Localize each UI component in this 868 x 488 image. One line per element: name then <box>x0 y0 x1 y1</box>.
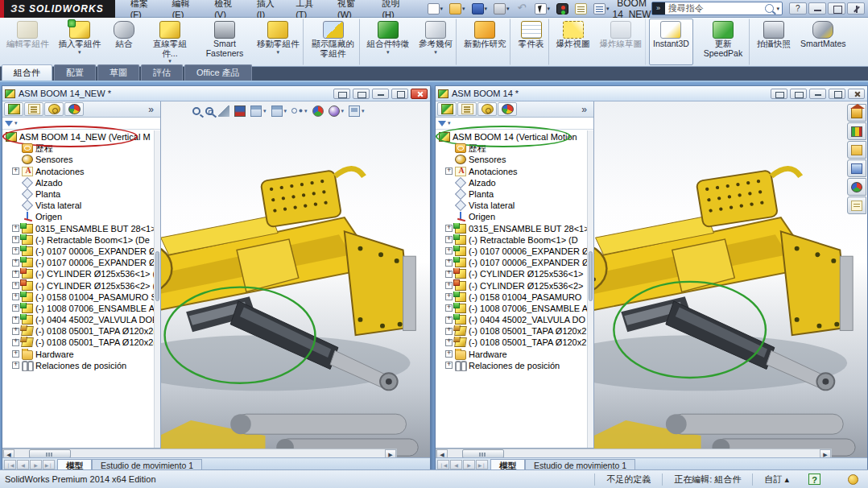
select-button[interactable]: ▾ <box>532 2 553 16</box>
tree-item[interactable]: Planta <box>437 188 593 200</box>
tree-filter-row[interactable]: ▾ <box>2 118 160 130</box>
dropdown-arrow-icon[interactable]: ▾ <box>485 6 488 12</box>
take-snapshot-button[interactable]: 拍攝快照 ▾ <box>753 19 795 65</box>
tree-item[interactable]: Vista lateral <box>437 200 593 211</box>
search-icon[interactable] <box>765 4 774 13</box>
custom-status-button[interactable]: 自訂 ▴ <box>752 474 800 486</box>
next-tab-button[interactable]: ▶ <box>463 460 475 469</box>
first-tab-button[interactable]: ❘◀ <box>437 460 449 469</box>
expand-plus-icon[interactable] <box>445 293 453 300</box>
prev-tab-button[interactable]: ◀ <box>17 460 29 469</box>
view-palette-button[interactable] <box>847 159 866 177</box>
dropdown-arrow-icon[interactable]: ▾ <box>304 108 308 114</box>
dropdown-arrow-icon[interactable]: ▾ <box>462 6 465 12</box>
filter-dropdown-icon[interactable]: ▾ <box>448 120 451 126</box>
minimize-button[interactable] <box>808 2 826 14</box>
scrollbar-thumb[interactable] <box>155 251 159 301</box>
dropdown-arrow-icon[interactable]: ▾ <box>284 108 287 114</box>
tree-item[interactable]: Origen <box>437 211 593 222</box>
featuremanager-tab[interactable] <box>437 102 457 116</box>
expand-plus-icon[interactable] <box>12 316 19 324</box>
expand-plus-icon[interactable] <box>12 167 19 175</box>
edit-appearance-button[interactable]: ▾ <box>312 105 324 118</box>
restore-button[interactable] <box>828 2 845 14</box>
dropdown-arrow-icon[interactable]: ▾ <box>276 49 279 55</box>
apply-scene-button[interactable]: ▾ <box>328 105 345 118</box>
tree-item[interactable]: (-) 0107 00006_EXPANDER Ø <box>437 246 593 257</box>
dropdown-arrow-icon[interactable]: ▾ <box>78 49 81 55</box>
tree-item[interactable]: (-) 0108 05001_TAPA Ø120x2( <box>4 325 160 337</box>
section-view-button[interactable]: ▾ <box>217 105 230 118</box>
dropdown-arrow-icon[interactable]: ▾ <box>506 6 510 12</box>
filter-dropdown-icon[interactable]: ▾ <box>14 120 18 126</box>
expand-plus-icon[interactable] <box>445 350 453 358</box>
tree-item[interactable]: Vista lateral <box>4 200 160 211</box>
print-button[interactable]: ▾ <box>491 2 512 16</box>
expand-plus-icon[interactable] <box>445 282 453 289</box>
expand-plus-icon[interactable] <box>12 339 19 346</box>
panel-expand-icon[interactable]: » <box>577 104 592 115</box>
dropdown-arrow-icon[interactable]: ▾ <box>434 49 437 55</box>
tree-item[interactable]: (-) 1008 07006_ENSAMBLE AE <box>4 303 160 314</box>
tree-item[interactable]: (-) 1008 07006_ENSAMBLE A <box>437 303 593 314</box>
tree-item[interactable]: Origen <box>4 211 160 222</box>
dropdown-arrow-icon[interactable]: ▾ <box>168 58 172 64</box>
ribbon-tab[interactable]: 草圖 <box>97 64 139 81</box>
expand-plus-icon[interactable] <box>12 247 19 254</box>
expand-plus-icon[interactable] <box>12 282 19 289</box>
view-settings-button[interactable]: ▾ <box>591 2 612 16</box>
expand-plus-icon[interactable] <box>12 236 19 243</box>
ribbon-tab[interactable]: Office 產品 <box>184 64 252 81</box>
tree-item[interactable]: Sensores <box>4 154 160 165</box>
panel-expand-icon[interactable]: » <box>143 104 159 115</box>
tag-icon[interactable] <box>848 474 858 485</box>
dropdown-arrow-icon[interactable]: ▾ <box>362 108 365 114</box>
zoom-fit-button[interactable]: ▾ <box>192 106 201 116</box>
search-commands-box[interactable]: » 搜尋指令 ▾ <box>651 2 783 15</box>
tree-item[interactable]: (-) 0158 01004_PASAMURO S <box>4 292 160 303</box>
tree-vertical-scrollbar[interactable] <box>587 130 593 448</box>
tree-item[interactable]: Sensores <box>437 154 593 165</box>
tree-item[interactable]: Hardware <box>437 349 593 360</box>
tree-item[interactable]: Relaciones de posición <box>4 360 160 371</box>
tree-item[interactable]: (-) 0158 01004_PASAMURO <box>437 292 593 303</box>
motion-study-tab[interactable]: Estudio de movimiento 1 <box>525 459 635 470</box>
expand-plus-icon[interactable] <box>445 304 453 312</box>
expand-plus-icon[interactable] <box>12 362 19 369</box>
smart-fasteners-button[interactable]: Smart Fasteners ▾ <box>198 19 251 65</box>
child-close-button[interactable] <box>411 89 428 99</box>
child-title-bar[interactable]: ASM BOOM 14 * <box>436 86 867 101</box>
tree-item[interactable]: (-) Retractable Boom<1> (De <box>4 234 160 246</box>
linear-component-pattern-button[interactable]: 直線零組件... ▾ <box>143 19 196 65</box>
expand-plus-icon[interactable] <box>12 225 19 232</box>
expand-plus-icon[interactable] <box>445 362 453 369</box>
tree-item[interactable]: 歷程 <box>437 143 593 154</box>
tree-filter-row[interactable]: ▾ <box>436 118 593 130</box>
assembly-features-button[interactable]: 組合件特徵 ▾ <box>363 19 414 65</box>
tree-item[interactable]: (-) Retractable Boom<1> (D <box>437 234 593 246</box>
new-motion-study-button[interactable]: 新動作研究 ▾ <box>460 19 510 65</box>
tree-item[interactable]: (-) 0108 05001_TAPA Ø120x2 <box>437 337 593 348</box>
tree-item[interactable]: 歷程 <box>4 143 160 154</box>
expand-plus-icon[interactable] <box>445 316 453 324</box>
explode-line-sketch-button[interactable]: 爆炸線草圖 ▾ <box>596 19 647 65</box>
tree-item[interactable]: Anotaciones <box>4 166 160 177</box>
ribbon-tab[interactable]: 組合件 <box>2 64 52 81</box>
home-button[interactable] <box>847 104 866 122</box>
rebuild-button[interactable]: ▾ <box>554 2 571 16</box>
expand-arrow-icon[interactable]: ▴ <box>784 474 789 484</box>
child-minimize-button[interactable] <box>809 89 826 99</box>
expand-plus-icon[interactable] <box>12 350 19 358</box>
new-document-button[interactable]: ▾ <box>425 2 446 16</box>
expand-plus-icon[interactable] <box>12 304 19 312</box>
bill-of-materials-button[interactable]: 零件表 ▾ <box>514 19 549 65</box>
featuremanager-tab[interactable] <box>4 102 23 116</box>
ribbon-tab[interactable]: 評估 <box>141 64 183 81</box>
tree-item[interactable]: 0315_ENSAMBLE BUT 28<1> <box>437 223 593 234</box>
expand-plus-icon[interactable] <box>445 167 453 175</box>
tree-item[interactable]: (-) 0107 00006_EXPANDER Ø <box>437 257 593 268</box>
tree-item[interactable]: Planta <box>4 188 160 200</box>
tree-item[interactable]: (-) 0108 05001_TAPA Ø120x2( <box>4 337 160 348</box>
tree-item[interactable]: (-) 0107 00006_EXPANDER Ø( <box>4 257 160 268</box>
update-speedpak-button[interactable]: 更新SpeedPak ▾ <box>696 19 750 65</box>
